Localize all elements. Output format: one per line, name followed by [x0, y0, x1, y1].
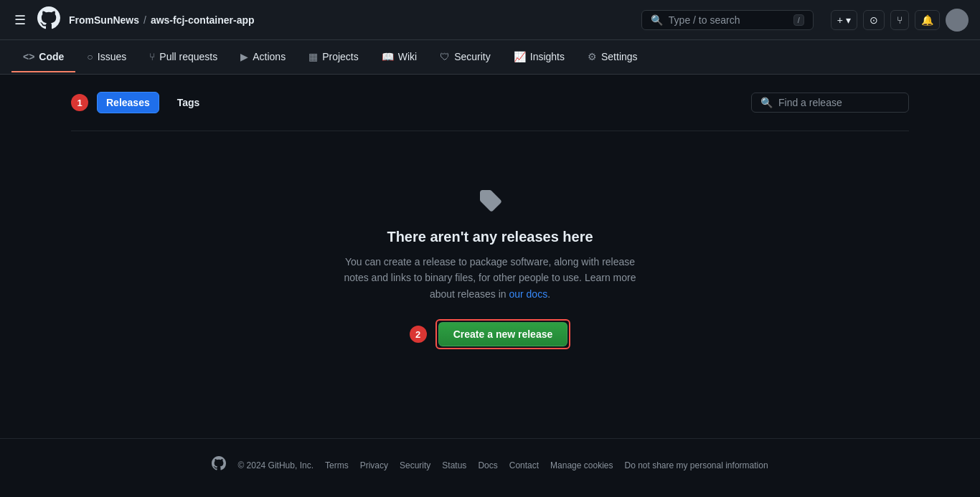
nav-pull-requests[interactable]: ⑂ Pull requests: [138, 42, 229, 72]
footer-do-not-share[interactable]: Do not share my personal information: [624, 460, 768, 470]
step-2-badge: 2: [410, 326, 427, 343]
actions-nav-icon: ▶: [240, 51, 248, 62]
breadcrumb: FromSunNews / aws-fcj-container-app: [69, 14, 255, 26]
releases-tab[interactable]: Releases: [97, 92, 159, 113]
nav-security[interactable]: 🛡 Security: [428, 42, 502, 72]
pull-requests-button[interactable]: ⑂: [890, 10, 909, 30]
empty-description: You can create a release to package soft…: [344, 254, 636, 302]
nav-wiki-label: Wiki: [398, 51, 417, 62]
nav-insights-label: Insights: [530, 51, 565, 62]
nav-settings[interactable]: ⚙ Settings: [576, 42, 649, 72]
nav-insights[interactable]: 📈 Insights: [502, 42, 576, 72]
owner-link[interactable]: FromSunNews: [69, 14, 139, 26]
find-release-input[interactable]: [778, 97, 900, 108]
empty-state: There aren't any releases here You can c…: [71, 131, 909, 392]
footer-privacy[interactable]: Privacy: [360, 460, 388, 470]
nav-pr-label: Pull requests: [159, 51, 217, 62]
nav-code-label: Code: [39, 51, 64, 62]
nav-issues[interactable]: ○ Issues: [75, 42, 138, 72]
search-placeholder: Type / to search: [669, 14, 788, 26]
github-logo[interactable]: [37, 6, 60, 34]
create-btn-wrapper: 2 Create a new release: [410, 319, 571, 349]
hamburger-icon[interactable]: ☰: [11, 9, 29, 31]
create-new-release-button[interactable]: Create a new release: [438, 322, 568, 346]
nav-actions-label: Actions: [253, 51, 286, 62]
footer-status[interactable]: Status: [442, 460, 466, 470]
tag-icon: [479, 189, 501, 217]
footer-manage-cookies[interactable]: Manage cookies: [550, 460, 613, 470]
search-box[interactable]: 🔍 Type / to search /: [641, 10, 814, 30]
issues-button[interactable]: ⊙: [863, 10, 885, 30]
repo-navigation: <> Code ○ Issues ⑂ Pull requests ▶ Actio…: [0, 40, 980, 75]
search-icon: 🔍: [651, 14, 663, 26]
step-1-badge: 1: [71, 94, 88, 111]
security-nav-icon: 🛡: [440, 51, 450, 62]
wiki-nav-icon: 📖: [382, 51, 394, 62]
footer-terms[interactable]: Terms: [325, 460, 349, 470]
footer-docs[interactable]: Docs: [478, 460, 497, 470]
bell-icon: 🔔: [921, 14, 933, 26]
releases-header: 1 Releases Tags 🔍: [71, 92, 909, 113]
top-navigation: ☰ FromSunNews / aws-fcj-container-app 🔍 …: [0, 0, 980, 40]
main-content: 1 Releases Tags 🔍 There aren't any relea…: [60, 75, 920, 410]
dropdown-arrow-icon: ▾: [846, 14, 851, 26]
footer: © 2024 GitHub, Inc. Terms Privacy Securi…: [0, 438, 980, 491]
empty-desc-end: .: [547, 288, 550, 300]
empty-desc-line1: You can create a release to package soft…: [345, 256, 635, 268]
search-area: 🔍 Type / to search /: [641, 10, 814, 30]
nav-settings-label: Settings: [601, 51, 638, 62]
pr-icon: ⑂: [897, 14, 903, 26]
nav-actions[interactable]: ▶ Actions: [229, 42, 297, 72]
find-search-icon: 🔍: [760, 97, 773, 108]
avatar[interactable]: [946, 9, 969, 32]
top-nav-actions: + ▾ ⊙ ⑂ 🔔: [831, 9, 969, 32]
empty-title: There aren't any releases here: [387, 229, 593, 245]
pr-nav-icon: ⑂: [149, 51, 155, 62]
settings-nav-icon: ⚙: [588, 51, 597, 62]
breadcrumb-separator: /: [143, 14, 146, 26]
find-release-search[interactable]: 🔍: [751, 93, 909, 113]
create-new-button[interactable]: + ▾: [831, 10, 857, 30]
nav-code[interactable]: <> Code: [11, 42, 75, 72]
nav-issues-label: Issues: [98, 51, 126, 62]
search-kbd: /: [793, 14, 804, 26]
notifications-button[interactable]: 🔔: [915, 10, 940, 30]
insights-nav-icon: 📈: [514, 51, 526, 62]
footer-contact[interactable]: Contact: [509, 460, 539, 470]
our-docs-link[interactable]: our docs: [509, 288, 547, 300]
projects-nav-icon: ▦: [308, 51, 318, 62]
issues-nav-icon: ○: [87, 51, 93, 62]
issues-icon: ⊙: [870, 14, 878, 26]
nav-wiki[interactable]: 📖 Wiki: [370, 42, 428, 72]
empty-desc-line3: about releases in: [430, 288, 507, 300]
nav-projects-label: Projects: [322, 51, 359, 62]
tags-tab[interactable]: Tags: [168, 92, 209, 113]
empty-desc-line2: notes and links to binary files, for oth…: [344, 272, 636, 283]
repo-link[interactable]: aws-fcj-container-app: [151, 14, 255, 26]
plus-icon: +: [837, 14, 843, 26]
footer-logo: [212, 456, 226, 474]
footer-security[interactable]: Security: [400, 460, 430, 470]
code-icon: <>: [23, 51, 34, 62]
footer-copyright: © 2024 GitHub, Inc.: [237, 460, 314, 470]
create-release-btn-box: Create a new release: [435, 319, 571, 349]
nav-security-label: Security: [454, 51, 491, 62]
nav-projects[interactable]: ▦ Projects: [297, 42, 370, 72]
